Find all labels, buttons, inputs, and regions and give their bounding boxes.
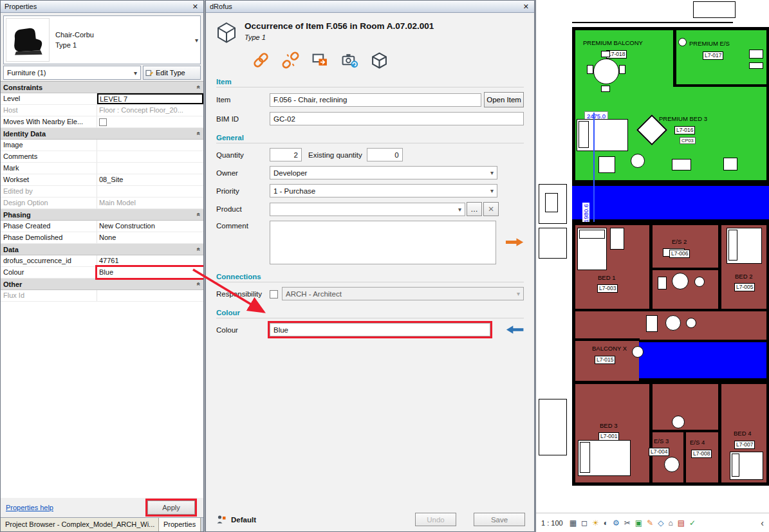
priority-select[interactable]: 1 - Purchase ▾ (270, 184, 497, 197)
property-row-workset[interactable]: Workset 08_Site (1, 174, 203, 186)
scale-label[interactable]: 1 : 100 (541, 519, 563, 527)
drofus-titlebar[interactable]: dRofus ✕ (206, 1, 534, 13)
apply-button[interactable]: Apply (147, 500, 195, 515)
property-value-level[interactable]: LEVEL 7 (97, 93, 203, 104)
property-row-flux-id[interactable]: Flux Id (1, 290, 203, 302)
room-balcony-blue[interactable] (639, 340, 766, 381)
room-tag[interactable]: L7-017 (703, 51, 723, 60)
room-tag[interactable]: L7-008 (691, 450, 712, 458)
camera-sync-icon[interactable] (341, 51, 358, 69)
property-row-image[interactable]: Image (1, 140, 203, 151)
quantity-field[interactable]: 2 (270, 148, 302, 161)
property-value-drofus-occurrence-id[interactable]: 47761 (97, 255, 203, 266)
property-value-phase-created[interactable]: New Construction (97, 221, 203, 232)
type-selector[interactable]: Chair-Corbu Type 1 ▾ (3, 15, 201, 64)
room-tag[interactable]: L7-005 (734, 283, 755, 291)
back-icon[interactable]: ‹ (761, 518, 764, 528)
room-tag[interactable]: L7-015 (595, 356, 615, 364)
group-header-identity-data[interactable]: Identity Data « (1, 128, 203, 140)
room-tag[interactable]: L7-003 (597, 284, 618, 293)
property-value-phase-demolished[interactable]: None (97, 232, 203, 243)
capture-image-icon[interactable] (311, 51, 329, 69)
property-row-comments[interactable]: Comments (1, 151, 203, 163)
chevron-down-icon[interactable]: ▾ (195, 37, 198, 44)
responsibility-select[interactable]: ARCH - Architect ▾ (282, 287, 524, 300)
unlink-icon[interactable] (282, 51, 299, 69)
edit-type-button[interactable]: Edit Type (143, 66, 201, 80)
property-row-mark[interactable]: Mark (1, 163, 203, 174)
close-icon[interactable]: ✕ (191, 3, 199, 11)
plan-shaft-box (693, 1, 736, 18)
existing-quantity-field[interactable]: 0 (367, 148, 403, 161)
properties-titlebar[interactable]: Properties ✕ (1, 1, 203, 13)
filter-value: Furniture (1) (7, 69, 46, 77)
collapse-icon[interactable]: « (196, 282, 203, 286)
room-tag[interactable]: L7-016 (674, 126, 695, 134)
tab-project-browser[interactable]: Project Browser - Complex_Model_ARCH_Wi.… (1, 518, 159, 531)
collapse-icon[interactable]: « (196, 132, 203, 136)
model-box-icon[interactable] (371, 51, 388, 69)
visual-style-icon[interactable]: ◻ (581, 518, 588, 527)
close-icon[interactable]: ✕ (522, 3, 530, 11)
product-clear-button[interactable]: ✕ (483, 202, 499, 216)
filter-combobox[interactable]: Furniture (1) ▾ (3, 66, 141, 80)
property-row-drofus-occurrence-id[interactable]: drofus_occurrence_id 47761 (1, 255, 203, 267)
property-row-host[interactable]: Host Floor : Concept Floor_20... (1, 105, 203, 116)
open-item-button[interactable]: Open Item (484, 92, 524, 107)
floor-plan-view[interactable]: PREMIUM BALCONY L7-018 PREMIUM E/S L7-01… (535, 0, 769, 532)
property-value-mark[interactable] (97, 163, 203, 174)
room-code-tag[interactable]: CP03 (680, 137, 696, 144)
crop-view-icon[interactable]: ✂ (624, 518, 631, 527)
analytical-model-icon[interactable]: ▤ (678, 518, 685, 527)
bim-id-field[interactable]: GC-02 (270, 112, 524, 125)
product-select[interactable]: ▾ (270, 203, 465, 216)
dimension-label-vertical[interactable]: 1980.6 (582, 203, 589, 224)
room-corridor-blue[interactable] (572, 183, 769, 222)
property-row-phase-created[interactable]: Phase Created New Construction (1, 221, 203, 232)
property-row-colour[interactable]: Colour Blue (1, 267, 203, 279)
collapse-icon[interactable]: « (196, 213, 203, 217)
room-region-bedrooms[interactable]: BED 1 L7-003 E/S 2 L7-006 BED 2 L7-005 B… (572, 222, 769, 486)
undo-button[interactable]: Undo (415, 513, 456, 526)
rendering-icon[interactable]: ⚙ (613, 518, 620, 527)
group-header-data[interactable]: Data « (1, 244, 203, 255)
property-row-moves-with-nearby[interactable]: Moves With Nearby Ele... (1, 116, 203, 128)
group-name: Other (3, 280, 22, 288)
property-value-workset[interactable]: 08_Site (97, 174, 203, 185)
comment-textarea[interactable] (270, 221, 496, 264)
property-value-comments[interactable] (97, 151, 203, 162)
detail-level-icon[interactable]: ▦ (570, 518, 577, 527)
properties-help-link[interactable]: Properties help (6, 504, 53, 511)
property-row-design-option[interactable]: Design Option Main Model (1, 197, 203, 209)
property-value-colour[interactable]: Blue (97, 267, 203, 278)
owner-select[interactable]: Developer ▾ (270, 166, 497, 179)
room-tag[interactable]: L7-004 (649, 448, 669, 456)
sun-path-icon[interactable]: ☀ (592, 518, 599, 527)
group-header-constraints[interactable]: Constraints « (1, 82, 203, 93)
colour-field[interactable]: Blue (270, 323, 490, 336)
crop-region-icon[interactable]: ▣ (635, 518, 642, 527)
property-row-edited-by[interactable]: Edited by (1, 186, 203, 197)
link-icon[interactable] (252, 51, 270, 69)
item-field[interactable]: F.056 - Chair, reclining (270, 93, 481, 107)
room-region-premium[interactable]: PREMIUM BALCONY L7-018 PREMIUM E/S L7-01… (572, 27, 769, 183)
property-row-phase-demolished[interactable]: Phase Demolished None (1, 232, 203, 244)
property-value-image[interactable] (97, 140, 203, 151)
tab-properties[interactable]: Properties (159, 518, 201, 531)
temporary-hide-icon[interactable]: ✎ (647, 518, 653, 527)
property-row-level[interactable]: Level LEVEL 7 (1, 93, 203, 105)
save-button[interactable]: Save (474, 513, 525, 526)
constraints-icon[interactable]: ✓ (689, 518, 696, 527)
group-header-phasing[interactable]: Phasing « (1, 209, 203, 221)
group-header-other[interactable]: Other « (1, 279, 203, 290)
product-browse-button[interactable]: … (467, 202, 482, 216)
reveal-hidden-icon[interactable]: ◇ (658, 518, 663, 527)
collapse-icon[interactable]: « (196, 248, 203, 252)
collapse-icon[interactable]: « (196, 86, 203, 89)
responsibility-checkbox[interactable] (270, 290, 278, 298)
room-tag[interactable]: L7-007 (734, 441, 755, 449)
room-tag[interactable]: L7-006 (669, 250, 690, 258)
temporary-view-properties-icon[interactable]: ⌂ (668, 518, 672, 527)
shadows-icon[interactable]: ◐ (604, 518, 608, 527)
moves-with-nearby-checkbox[interactable] (99, 118, 107, 126)
